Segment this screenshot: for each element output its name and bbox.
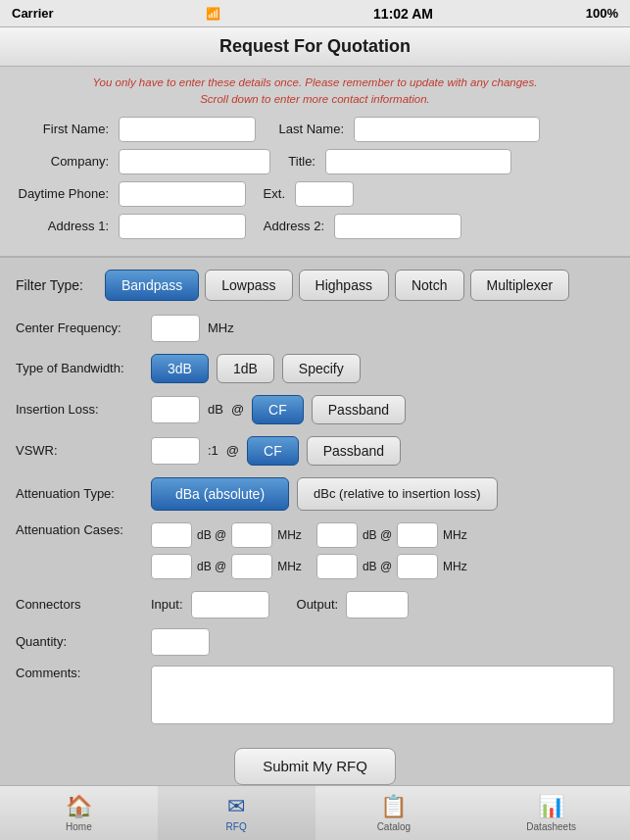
center-freq-input[interactable] <box>151 315 200 342</box>
insertion-loss-at: @ <box>231 402 244 417</box>
connectors-label: Connectors <box>16 597 143 612</box>
submit-button[interactable]: Submit My RFQ <box>234 748 396 785</box>
insertion-loss-label: Insertion Loss: <box>16 402 143 417</box>
tab-home[interactable]: 🏠 Home <box>0 786 158 840</box>
bw-1db-btn[interactable]: 1dB <box>217 354 274 383</box>
comments-textarea[interactable] <box>151 666 614 724</box>
filter-notch-btn[interactable]: Notch <box>395 270 464 301</box>
insertion-loss-input[interactable] <box>151 396 200 423</box>
quantity-input[interactable] <box>151 628 210 656</box>
wifi-icon: 📶 <box>206 7 220 21</box>
vswr-label: VSWR: <box>16 443 143 458</box>
address2-label: Address 2: <box>256 219 324 233</box>
atten-case-1b-mhz-input[interactable] <box>397 522 438 548</box>
bw-specify-btn[interactable]: Specify <box>282 354 361 383</box>
tab-datasheets[interactable]: 📊 Datasheets <box>472 786 630 840</box>
catalog-icon: 📋 <box>380 794 407 819</box>
vswr-input[interactable] <box>151 437 200 465</box>
contact-section: You only have to enter these details onc… <box>0 67 630 258</box>
atten-unit-1b: dB @ <box>363 528 392 542</box>
submit-area: Submit My RFQ <box>16 734 614 786</box>
bw-3db-btn[interactable]: 3dB <box>151 354 209 383</box>
title-label: Title: <box>280 154 315 169</box>
filter-bandpass-btn[interactable]: Bandpass <box>105 270 199 301</box>
atten-mhz-2b: MHz <box>443 560 467 573</box>
ext-input[interactable] <box>295 181 354 207</box>
address2-input[interactable] <box>334 214 461 239</box>
atten-unit-2: dB @ <box>197 560 226 573</box>
rfq-form-section: Filter Type: Bandpass Lowpass Highpass N… <box>0 258 630 786</box>
connectors-row: Connectors Input: Output: <box>16 591 614 618</box>
company-row: Company: Title: <box>16 149 614 174</box>
vswr-at: @ <box>226 443 239 458</box>
battery-indicator: 100% <box>586 6 618 21</box>
title-input[interactable] <box>325 149 511 174</box>
filter-multiplexer-btn[interactable]: Multiplexer <box>470 270 570 301</box>
atten-mhz-1: MHz <box>277 528 302 542</box>
attenuation-cases-row: Attenuation Cases: dB @ MHz dB @ MHz dB … <box>16 522 614 579</box>
phone-input[interactable] <box>119 181 246 207</box>
atten-case-2b-mhz-input[interactable] <box>397 554 438 579</box>
atten-case-1b-db-input[interactable] <box>316 522 358 548</box>
quantity-label: Quantity: <box>16 634 143 649</box>
atten-unit-1: dB @ <box>197 528 226 542</box>
datasheets-icon: 📊 <box>538 794 564 819</box>
atten-case-1-db-input[interactable] <box>151 522 192 548</box>
company-input[interactable] <box>119 149 270 174</box>
time-display: 11:02 AM <box>373 6 433 22</box>
last-name-input[interactable] <box>354 117 540 142</box>
vswr-unit: :1 <box>208 443 218 458</box>
first-name-input[interactable] <box>119 117 256 142</box>
connectors-input-field[interactable] <box>191 591 269 618</box>
tab-home-label: Home <box>66 821 92 832</box>
last-name-label: Last Name: <box>266 122 344 136</box>
connectors-input-label: Input: <box>151 597 183 612</box>
tab-catalog-label: Catalog <box>377 821 411 832</box>
main-scroll-area[interactable]: You only have to enter these details onc… <box>0 67 630 785</box>
tab-datasheets-label: Datasheets <box>526 821 576 832</box>
bandwidth-label: Type of Bandwidth: <box>16 361 143 375</box>
vswr-row: VSWR: :1 @ CF Passband <box>16 436 614 466</box>
atten-mhz-2: MHz <box>277 560 302 573</box>
atten-cases-label: Attenuation Cases: <box>16 522 143 537</box>
tab-catalog[interactable]: 📋 Catalog <box>315 786 473 840</box>
center-freq-label: Center Frequency: <box>16 321 143 335</box>
vswr-cf-btn[interactable]: CF <box>247 436 299 466</box>
filter-lowpass-btn[interactable]: Lowpass <box>205 270 292 301</box>
company-label: Company: <box>16 154 109 169</box>
ext-label: Ext. <box>256 186 285 201</box>
atten-case-2b-db-input[interactable] <box>316 554 358 579</box>
carrier-text: Carrier <box>12 6 54 21</box>
atten-dba-btn[interactable]: dBa (absolute) <box>151 477 289 511</box>
address-row: Address 1: Address 2: <box>16 214 614 239</box>
filter-highpass-btn[interactable]: Highpass <box>299 270 389 301</box>
atten-case-2-mhz-input[interactable] <box>231 554 272 579</box>
filter-type-label: Filter Type: <box>16 277 99 293</box>
connectors-output-field[interactable] <box>346 591 409 618</box>
bandwidth-row: Type of Bandwidth: 3dB 1dB Specify <box>16 354 614 383</box>
tab-rfq[interactable]: ✉ RFQ <box>158 786 315 840</box>
atten-case-row-2: dB @ MHz dB @ MHz <box>151 554 467 579</box>
atten-dbc-btn[interactable]: dBc (relative to insertion loss) <box>297 477 498 511</box>
atten-case-2-db-input[interactable] <box>151 554 192 579</box>
notice-text: You only have to enter these details onc… <box>16 74 614 109</box>
center-freq-unit: MHz <box>208 321 234 335</box>
insertion-loss-row: Insertion Loss: dB @ CF Passband <box>16 395 614 424</box>
rfq-icon: ✉ <box>227 794 245 819</box>
insertion-loss-pb-btn[interactable]: Passband <box>312 395 406 424</box>
insertion-loss-db: dB <box>208 402 223 417</box>
status-bar: Carrier 📶 11:02 AM 100% <box>0 0 630 27</box>
insertion-loss-cf-btn[interactable]: CF <box>252 395 304 424</box>
page-header: Request For Quotation <box>0 27 630 67</box>
phone-label: Daytime Phone: <box>16 186 109 201</box>
comments-row: Comments: <box>16 666 614 724</box>
atten-case-1-mhz-input[interactable] <box>231 522 272 548</box>
atten-mhz-1b: MHz <box>443 528 467 542</box>
tab-rfq-label: RFQ <box>226 821 247 832</box>
connectors-output-label: Output: <box>297 597 339 612</box>
vswr-pb-btn[interactable]: Passband <box>307 436 401 466</box>
address1-input[interactable] <box>119 214 246 239</box>
quantity-row: Quantity: <box>16 628 614 656</box>
attenuation-type-row: Attenuation Type: dBa (absolute) dBc (re… <box>16 477 614 511</box>
page-title: Request For Quotation <box>219 36 411 57</box>
